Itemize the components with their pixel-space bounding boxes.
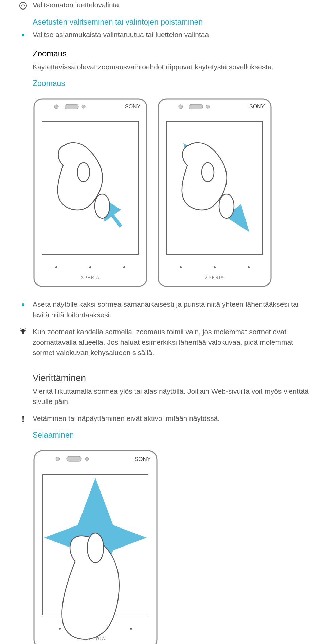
svg-text:XPERIA: XPERIA: [205, 275, 224, 280]
document-page: Valitsematon luettelovalinta Asetusten v…: [0, 0, 326, 644]
svg-point-39: [59, 628, 61, 630]
svg-point-20: [248, 266, 250, 268]
svg-rect-27: [22, 332, 24, 334]
bullet-icon: [22, 34, 24, 36]
svg-point-15: [179, 105, 183, 109]
zoom-tip-row: Kun zoomaat kahdella sormella, zoomaus t…: [14, 327, 312, 364]
svg-point-11: [95, 194, 110, 218]
svg-point-36: [56, 457, 60, 461]
radio-unselected-icon: [19, 2, 27, 10]
section-zoom-title-row: Zoomaus Käytettävissä olevat zoomausvaih…: [14, 49, 312, 91]
phone-mockup-scroll: SONY XPERIA: [33, 449, 158, 644]
scroll-warn-text: Vetäminen tai näpäyttäminen eivät aktivo…: [33, 413, 312, 424]
zoom-bullet-row: Aseta näytölle kaksi sormea samanaikaise…: [14, 299, 312, 327]
svg-point-18: [180, 266, 182, 268]
zoom-illustration: SONY XPERIA: [33, 97, 312, 289]
svg-point-3: [54, 105, 58, 109]
phone-mockup-pinch-out: SONY XPERIA: [157, 97, 272, 289]
scroll-intro: Vieritä liikuttamalla sormea ylös tai al…: [33, 386, 312, 407]
section-title-scroll: Vierittäminen: [33, 373, 312, 383]
svg-point-37: [85, 457, 89, 461]
svg-point-26: [21, 329, 24, 332]
zoom-bullet-text: Aseta näytölle kaksi sormea samanaikaise…: [33, 299, 312, 320]
svg-point-25: [219, 194, 234, 218]
legend-row: Valitsematon luettelovalinta: [14, 0, 312, 18]
svg-point-4: [82, 105, 85, 108]
svg-text:SONY: SONY: [249, 104, 265, 109]
heading-select-settings: Asetusten valitseminen tai valintojen po…: [33, 18, 312, 27]
brand-text: SONY: [125, 104, 141, 109]
lightbulb-icon: [19, 327, 27, 336]
svg-point-16: [206, 105, 210, 108]
svg-point-5: [55, 266, 57, 268]
svg-rect-2: [65, 104, 78, 109]
svg-point-47: [87, 533, 104, 563]
bullet-text-select: Valitse asianmukaista valintaruutua tai …: [33, 30, 312, 40]
heading-zoom-action: Zoomaus: [33, 79, 312, 88]
section-scroll-title-row: Vierittäminen Vieritä liikuttamalla sorm…: [14, 365, 312, 414]
phone-mockup-pinch-in: SONY XPERIA: [33, 97, 148, 289]
svg-point-24: [202, 163, 214, 182]
zoom-intro: Käytettävissä olevat zoomausvaihtoehdot …: [33, 62, 312, 72]
heading-browse-action: Selaaminen: [33, 431, 312, 440]
scroll-warn-row: ! Vetäminen tai näpäyttäminen eivät akti…: [14, 413, 312, 430]
svg-point-41: [130, 628, 132, 630]
section-select-bullet-row: Valitse asianmukaista valintaruutua tai …: [14, 30, 312, 49]
svg-rect-14: [189, 104, 203, 109]
svg-line-32: [25, 328, 25, 329]
section-select-heading-row: Asetusten valitseminen tai valintojen po…: [14, 18, 312, 30]
section-title-zoom: Zoomaus: [33, 49, 312, 58]
svg-point-19: [214, 266, 216, 268]
zoom-tip-text: Kun zoomaat kahdella sormella, zoomaus t…: [33, 327, 312, 358]
bullet-icon: [22, 303, 24, 306]
legend-text: Valitsematon luettelovalinta: [33, 0, 312, 10]
scroll-illustration: SONY XPERIA: [33, 449, 312, 644]
svg-point-10: [77, 163, 90, 182]
exclamation-icon: !: [22, 415, 25, 424]
section-scroll-subheading-row: Selaaminen: [14, 431, 312, 443]
svg-text:SONY: SONY: [134, 456, 151, 462]
svg-rect-35: [67, 456, 82, 461]
svg-line-31: [21, 328, 21, 329]
svg-point-6: [89, 266, 91, 268]
svg-point-7: [123, 266, 125, 268]
series-text: XPERIA: [81, 275, 100, 280]
